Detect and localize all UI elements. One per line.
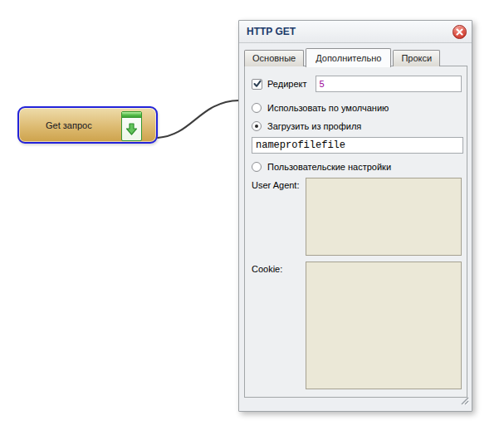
radio-load-from-profile-label: Загрузить из профиля bbox=[267, 121, 361, 131]
radio-custom-settings-label: Пользовательские настройки bbox=[267, 162, 391, 172]
download-arrow-icon bbox=[122, 118, 141, 140]
cookie-textarea[interactable] bbox=[306, 262, 462, 389]
redirect-checkbox[interactable] bbox=[252, 79, 262, 90]
action-node-get-request[interactable]: Get запрос bbox=[17, 106, 158, 144]
redirect-count-input[interactable]: 5 bbox=[316, 76, 462, 92]
redirect-label: Редирект bbox=[267, 79, 307, 89]
radio-custom-settings[interactable]: Пользовательские настройки bbox=[252, 161, 462, 173]
radio-icon bbox=[252, 103, 262, 113]
tab-advanced[interactable]: Дополнительно bbox=[306, 48, 391, 67]
tab-page-advanced: Редирект 5 Использовать по умолчанию Заг… bbox=[244, 66, 467, 398]
redirect-row: Редирект 5 bbox=[252, 75, 462, 93]
tab-proxy[interactable]: Прокси bbox=[393, 50, 440, 66]
download-page-icon-header bbox=[122, 112, 141, 118]
cookie-label: Cookie: bbox=[252, 262, 306, 274]
radio-use-default[interactable]: Использовать по умолчанию bbox=[252, 102, 462, 114]
download-page-icon bbox=[121, 111, 142, 141]
user-agent-label: User Agent: bbox=[252, 178, 306, 190]
checkmark-icon bbox=[253, 80, 262, 88]
user-agent-textarea[interactable] bbox=[306, 178, 462, 256]
automation-canvas: { "node": { "label": "Get запрос" }, "di… bbox=[0, 0, 504, 440]
cookie-row: Cookie: bbox=[252, 262, 462, 389]
radio-icon bbox=[252, 162, 262, 172]
user-agent-row: User Agent: bbox=[252, 178, 462, 256]
close-icon[interactable] bbox=[453, 25, 467, 39]
dialog-title: HTTP GET bbox=[247, 26, 453, 37]
radio-load-from-profile[interactable]: Загрузить из профиля bbox=[252, 120, 462, 132]
http-get-dialog: HTTP GET Основные Дополнительно Прокси Р… bbox=[238, 20, 472, 412]
dialog-titlebar[interactable]: HTTP GET bbox=[239, 21, 472, 43]
tabstrip: Основные Дополнительно Прокси bbox=[244, 47, 442, 66]
radio-selected-icon bbox=[252, 121, 262, 131]
action-node-label: Get запрос bbox=[46, 108, 92, 142]
profile-name-input[interactable]: nameprofilefile bbox=[252, 137, 463, 154]
tab-basic[interactable]: Основные bbox=[244, 50, 304, 66]
radio-use-default-label: Использовать по умолчанию bbox=[267, 103, 389, 113]
resize-grip-icon[interactable] bbox=[460, 394, 469, 408]
